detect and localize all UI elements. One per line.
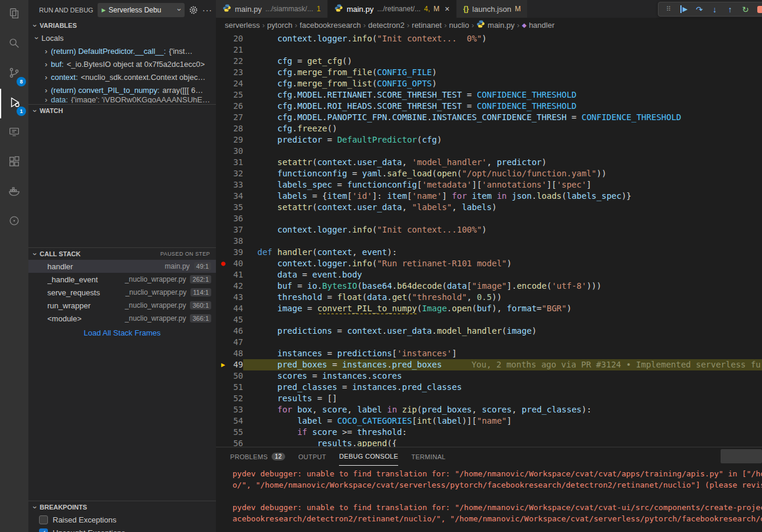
breadcrumb-item[interactable]: detectron2 (368, 21, 404, 30)
debug-config-dropdown[interactable]: ▶ Serverless Debu › (98, 3, 185, 17)
debug-console-output[interactable]: pydev debugger: unable to find translati… (216, 466, 762, 524)
code-line[interactable]: 21 (216, 44, 762, 56)
json-file-icon: {} (463, 5, 469, 13)
breakpoints-header[interactable]: › BREAKPOINTS (28, 501, 216, 513)
code-line[interactable]: 23 cfg.merge_from_file(CONFIG_FILE) (216, 67, 762, 78)
code-line[interactable]: 50 scores = instances.scores (216, 370, 762, 382)
code-line[interactable]: ▶49 pred_boxes = instances.pred_boxesYou… (216, 359, 762, 370)
code-line[interactable]: 22 cfg = get_cfg() (216, 56, 762, 67)
checkbox[interactable]: ✓ (39, 528, 48, 532)
restart-button[interactable]: ↻ (739, 3, 752, 15)
variable-row[interactable]: ›buf:<_io.BytesIO object at 0x7f5a2dc1ec… (28, 57, 216, 70)
code-line[interactable]: 44 image = convert_PIL_to_numpy(Image.op… (216, 303, 762, 314)
variable-row[interactable]: ›(return) DefaultPredictor.__call__:{'in… (28, 44, 216, 57)
more-actions-icon[interactable]: ··· (202, 5, 212, 15)
code-line[interactable]: 24 cfg.merge_from_list(CONFIG_OPTS) (216, 78, 762, 89)
watch-header[interactable]: › WATCH (28, 105, 216, 117)
load-all-stack-frames-link[interactable]: Load All Stack Frames (28, 328, 216, 337)
editor-tab[interactable]: main.py.../siammask/...1 (216, 0, 328, 18)
panel-tab-terminal[interactable]: TERMINAL (411, 447, 445, 466)
panel-tab-output[interactable]: OUTPUT (298, 447, 326, 466)
code-line[interactable]: 42 buf = io.BytesIO(base64.b64decode(dat… (216, 280, 762, 292)
problems-count-badge: 12 (272, 453, 286, 460)
step-out-button[interactable]: ↑ (724, 3, 737, 15)
code-line[interactable]: 52 results = [] (216, 393, 762, 404)
editor-tab[interactable]: main.py.../retinanet/...4,M× (328, 0, 457, 18)
activity-item-docker[interactable] (0, 178, 28, 207)
code-line[interactable]: 25 cfg.MODEL.RETINANET.SCORE_THRESH_TEST… (216, 89, 762, 101)
code-line[interactable]: 47 (216, 337, 762, 348)
scope-locals[interactable]: › Locals (28, 31, 216, 44)
code-line[interactable]: 33 labels_spec = functionconfig['metadat… (216, 179, 762, 191)
code-line[interactable]: 38 (216, 236, 762, 247)
breakpoint-row[interactable]: ✓Uncaught Exceptions (28, 526, 216, 532)
code-line[interactable]: 37 context.logger.info("Init context...1… (216, 224, 762, 236)
editor-tab[interactable]: {}launch.jsonM (457, 0, 528, 18)
code-line[interactable]: 30 (216, 146, 762, 157)
code-line[interactable]: 29 predictor = DefaultPredictor(cfg) (216, 134, 762, 146)
variable-row[interactable]: ›context:<nuclio_sdk.context.Context obj… (28, 70, 216, 83)
checkbox[interactable] (39, 515, 48, 524)
code-editor[interactable]: 20 context.logger.info("Init context... … (216, 32, 762, 447)
breadcrumb-item[interactable]: facebookresearch (300, 21, 361, 30)
code-line[interactable]: 26 cfg.MODEL.ROI_HEADS.SCORE_THRESH_TEST… (216, 101, 762, 112)
variable-row[interactable]: ›data:{'image': 'iVBORw0KGgoAAAANSUhE… (28, 96, 216, 103)
breadcrumb-item[interactable]: main.py (476, 20, 515, 30)
gear-icon[interactable] (189, 5, 198, 15)
continue-button[interactable]: ▶ (677, 3, 690, 15)
breadcrumb-item[interactable]: pytorch (267, 21, 293, 30)
breadcrumb-separator: › (472, 21, 474, 30)
stack-frame-row[interactable]: run_wrapper_nuclio_wrapper.py360:1 (28, 299, 216, 312)
panel-tab-problems[interactable]: PROBLEMS12 (230, 447, 285, 466)
code-line[interactable]: 56 results.append({ (216, 438, 762, 447)
breakpoint-row[interactable]: Raised Exceptions (28, 513, 216, 526)
breadcrumb-item[interactable]: nuclio (449, 21, 469, 30)
activity-item-jupyter[interactable] (0, 207, 28, 237)
drag-handle-button[interactable]: ⠿ (662, 3, 675, 15)
panel-tab-debug-console[interactable]: DEBUG CONSOLE (339, 447, 398, 466)
activity-item-source-control[interactable]: 8 (0, 59, 28, 89)
variable-row[interactable]: ›(return) convert_PIL_to_numpy:array([[[… (28, 83, 216, 96)
activity-item-remote-explorer[interactable] (0, 118, 28, 148)
code-line[interactable]: 51 pred_classes = instances.pred_classes (216, 382, 762, 393)
activity-item-explorer[interactable] (0, 0, 28, 30)
code-line[interactable]: 35 setattr(context.user_data, "labels", … (216, 202, 762, 213)
call-stack-header[interactable]: › CALL STACK PAUSED ON STEP (28, 248, 216, 260)
code-line[interactable]: ●40 context.logger.info("Run retinanet-R… (216, 258, 762, 269)
close-icon[interactable]: × (445, 4, 450, 14)
stack-frame-row[interactable]: _handle_event_nuclio_wrapper.py262:1 (28, 273, 216, 286)
code-line[interactable]: 43 threshold = float(data.get("threshold… (216, 292, 762, 303)
breadcrumb-item[interactable]: serverless (225, 21, 260, 30)
stack-frame-row[interactable]: serve_requests_nuclio_wrapper.py114:1 (28, 286, 216, 299)
code-line[interactable]: 41 data = event.body (216, 269, 762, 280)
code-line[interactable]: 55 if score >= threshold: (216, 427, 762, 438)
breakpoint-icon[interactable]: ● (216, 258, 230, 269)
code-line[interactable]: 48 instances = predictions['instances'] (216, 348, 762, 359)
breakpoint-label: Raised Exceptions (53, 515, 117, 524)
code-line[interactable]: 20 context.logger.info("Init context... … (216, 33, 762, 44)
line-number: 30 (230, 146, 243, 157)
breadcrumb-item[interactable]: retinanet (412, 21, 442, 30)
activity-item-extensions[interactable] (0, 148, 28, 178)
code-line[interactable]: 39def handler(context, event): (216, 247, 762, 258)
breadcrumb-item[interactable]: ◆handler (522, 21, 554, 30)
code-line[interactable]: 27 cfg.MODEL.PANOPTIC_FPN.COMBINE.INSTAN… (216, 112, 762, 123)
variables-header[interactable]: › VARIABLES (28, 20, 216, 31)
stack-frame-row[interactable]: handlermain.py49:1 (28, 260, 216, 273)
disconnect-button[interactable] (754, 3, 762, 15)
code-line[interactable]: 34 labels = {item['id']: item['name'] fo… (216, 191, 762, 202)
step-into-button[interactable]: ↓ (708, 3, 721, 15)
code-line[interactable]: 28 cfg.freeze() (216, 123, 762, 134)
activity-item-run-and-debug[interactable]: 1 (0, 89, 28, 118)
code-line[interactable]: 36 (216, 213, 762, 224)
code-line[interactable]: 53 for box, score, label in zip(pred_box… (216, 404, 762, 415)
code-line[interactable]: 46 predictions = context.user_data.model… (216, 325, 762, 337)
code-line[interactable]: 45 (216, 314, 762, 325)
code-line[interactable]: 32 functionconfig = yaml.safe_load(open(… (216, 168, 762, 179)
stack-frame-row[interactable]: <module>_nuclio_wrapper.py366:1 (28, 312, 216, 325)
activity-item-search[interactable] (0, 30, 28, 59)
code-line[interactable]: 31 setattr(context.user_data, 'model_han… (216, 157, 762, 168)
code-line[interactable]: 54 label = COCO_CATEGORIES[int(label)]["… (216, 415, 762, 427)
step-over-button[interactable]: ↷ (693, 3, 706, 15)
console-filter-input[interactable] (721, 449, 762, 463)
